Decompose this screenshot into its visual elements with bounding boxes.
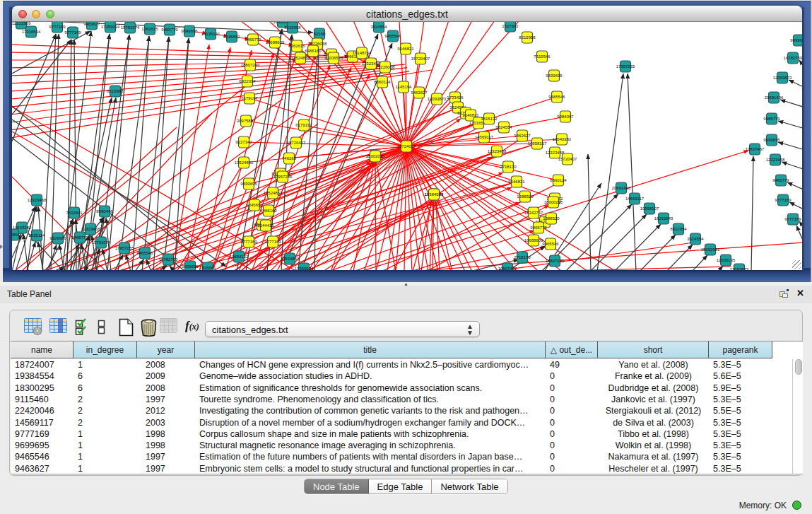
svg-text:20691406: 20691406 — [612, 186, 631, 190]
svg-text:10958107: 10958107 — [12, 233, 23, 237]
svg-text:9146821: 9146821 — [397, 47, 414, 51]
svg-text:15720407: 15720407 — [558, 157, 577, 161]
svg-text:2718170: 2718170 — [500, 165, 517, 169]
svg-text:8990448: 8990448 — [96, 209, 113, 214]
svg-text:9777169: 9777169 — [240, 240, 257, 244]
svg-text:9777169: 9777169 — [775, 198, 792, 202]
svg-text:12323468: 12323468 — [488, 149, 507, 153]
svg-text:9465546: 9465546 — [384, 34, 401, 38]
svg-text:9465779: 9465779 — [530, 226, 547, 230]
svg-text:12093873: 12093873 — [730, 267, 749, 270]
svg-text:18807249: 18807249 — [546, 259, 565, 263]
svg-text:8660124: 8660124 — [550, 178, 567, 182]
svg-text:17957255: 17957255 — [273, 175, 293, 179]
svg-text:13524851: 13524851 — [264, 191, 283, 195]
svg-text:9463627: 9463627 — [514, 134, 531, 138]
svg-text:17359934: 17359934 — [295, 267, 314, 270]
svg-text:8215958: 8215958 — [107, 89, 124, 93]
svg-text:9465779: 9465779 — [71, 235, 88, 240]
svg-text:9463627: 9463627 — [411, 90, 428, 95]
svg-text:7515546: 7515546 — [534, 54, 551, 59]
svg-text:23226058: 23226058 — [376, 65, 395, 69]
svg-text:9699695: 9699695 — [790, 38, 802, 42]
svg-text:16782759: 16782759 — [159, 257, 178, 262]
svg-text:2718170: 2718170 — [514, 255, 531, 259]
svg-text:9146821: 9146821 — [462, 113, 479, 117]
svg-text:15720407: 15720407 — [411, 57, 430, 61]
svg-text:10807467: 10807467 — [746, 147, 765, 151]
svg-text:16782759: 16782759 — [784, 56, 802, 60]
svg-text:15692991: 15692991 — [701, 247, 720, 252]
svg-text:12323468: 12323468 — [766, 158, 785, 162]
svg-text:12093873: 12093873 — [773, 76, 792, 80]
svg-text:30975857: 30975857 — [237, 119, 256, 123]
svg-text:10958107: 10958107 — [528, 141, 547, 146]
svg-text:9777169: 9777169 — [64, 30, 81, 35]
svg-text:20206576: 20206576 — [324, 56, 343, 60]
svg-text:14136141: 14136141 — [201, 32, 220, 36]
svg-text:10654122: 10654122 — [230, 255, 249, 259]
svg-text:6179197: 6179197 — [295, 123, 312, 127]
svg-text:17957255: 17957255 — [115, 246, 134, 250]
svg-text:6466160: 6466160 — [305, 49, 322, 53]
svg-text:6466160: 6466160 — [260, 209, 277, 213]
svg-text:12505135: 12505135 — [717, 258, 736, 262]
svg-text:12323468: 12323468 — [28, 198, 47, 202]
svg-text:18300295: 18300295 — [544, 200, 563, 204]
svg-text:3624554: 3624554 — [687, 237, 704, 241]
svg-text:1615132: 1615132 — [481, 117, 498, 121]
svg-text:17957255: 17957255 — [616, 64, 635, 69]
svg-text:14569117: 14569117 — [625, 197, 645, 201]
svg-text:9777169: 9777169 — [49, 25, 66, 29]
svg-text:18807249: 18807249 — [241, 63, 260, 67]
svg-text:9245652: 9245652 — [246, 203, 263, 207]
svg-text:15720407: 15720407 — [287, 141, 306, 145]
svg-text:10688609: 10688609 — [524, 238, 543, 243]
svg-text:9463627: 9463627 — [83, 22, 100, 26]
svg-text:8215958: 8215958 — [284, 25, 301, 30]
svg-text:10688609: 10688609 — [266, 40, 285, 45]
svg-text:9227342: 9227342 — [235, 140, 252, 144]
svg-text:8215958: 8215958 — [519, 35, 536, 40]
svg-text:18724007: 18724007 — [397, 144, 416, 148]
svg-text:9465779: 9465779 — [772, 178, 789, 182]
svg-text:6179197: 6179197 — [241, 96, 258, 100]
svg-text:1527602: 1527602 — [502, 24, 519, 28]
svg-text:9465779: 9465779 — [245, 37, 261, 42]
svg-text:9245652: 9245652 — [223, 35, 240, 39]
svg-text:9465779: 9465779 — [161, 28, 178, 32]
svg-text:1588520: 1588520 — [543, 216, 560, 221]
svg-text:1244415: 1244415 — [257, 223, 274, 228]
svg-text:12093873: 12093873 — [428, 97, 447, 101]
svg-text:20691406: 20691406 — [765, 95, 784, 100]
svg-text:17016504: 17016504 — [22, 30, 41, 34]
svg-text:14569117: 14569117 — [475, 135, 494, 139]
svg-text:6322037: 6322037 — [239, 79, 256, 83]
svg-text:16148764: 16148764 — [353, 51, 372, 55]
svg-text:9699695: 9699695 — [240, 182, 257, 186]
svg-text:9084067: 9084067 — [557, 115, 574, 119]
svg-text:19384554: 19384554 — [425, 192, 444, 197]
svg-text:25302035: 25302035 — [366, 154, 385, 158]
svg-text:3624554: 3624554 — [370, 25, 387, 29]
svg-text:9777169: 9777169 — [784, 217, 801, 221]
svg-text:9465546: 9465546 — [542, 242, 559, 246]
svg-text:9699695: 9699695 — [546, 74, 563, 78]
svg-text:3624554: 3624554 — [495, 125, 512, 129]
svg-text:9699695: 9699695 — [763, 138, 780, 142]
svg-text:9329966: 9329966 — [49, 236, 66, 240]
svg-text:12213369: 12213369 — [12, 22, 31, 25]
svg-text:16210643: 16210643 — [654, 216, 673, 221]
svg-text:7632621: 7632621 — [66, 211, 83, 215]
svg-text:10807467: 10807467 — [498, 267, 517, 270]
svg-text:9465546: 9465546 — [136, 251, 153, 255]
svg-text:10958107: 10958107 — [640, 206, 659, 211]
svg-text:9699695: 9699695 — [181, 29, 198, 33]
svg-text:1145194: 1145194 — [396, 85, 413, 89]
svg-text:8660124: 8660124 — [374, 80, 391, 84]
svg-text:1835061: 1835061 — [199, 266, 216, 270]
svg-text:9699695: 9699695 — [182, 264, 199, 269]
svg-text:10543382: 10543382 — [553, 137, 572, 141]
svg-text:12323468: 12323468 — [81, 227, 100, 231]
svg-text:17359934: 17359934 — [101, 25, 120, 29]
